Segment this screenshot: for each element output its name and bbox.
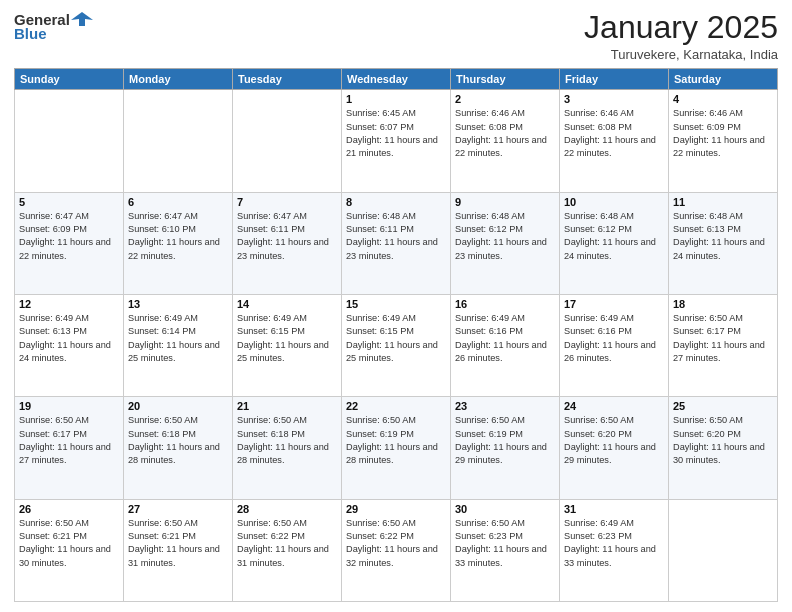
calendar-week-row: 26Sunrise: 6:50 AMSunset: 6:21 PMDayligh… [15,499,778,601]
calendar-header-row: Sunday Monday Tuesday Wednesday Thursday… [15,69,778,90]
day-number: 30 [455,503,555,515]
day-number: 7 [237,196,337,208]
location-title: Turuvekere, Karnataka, India [584,47,778,62]
table-row: 20Sunrise: 6:50 AMSunset: 6:18 PMDayligh… [124,397,233,499]
header: General Blue January 2025 Turuvekere, Ka… [14,10,778,62]
day-info: Sunrise: 6:48 AMSunset: 6:12 PMDaylight:… [564,210,664,263]
table-row: 1Sunrise: 6:45 AMSunset: 6:07 PMDaylight… [342,90,451,192]
day-number: 13 [128,298,228,310]
day-info: Sunrise: 6:48 AMSunset: 6:12 PMDaylight:… [455,210,555,263]
table-row: 24Sunrise: 6:50 AMSunset: 6:20 PMDayligh… [560,397,669,499]
day-number: 11 [673,196,773,208]
day-info: Sunrise: 6:45 AMSunset: 6:07 PMDaylight:… [346,107,446,160]
col-tuesday: Tuesday [233,69,342,90]
table-row: 25Sunrise: 6:50 AMSunset: 6:20 PMDayligh… [669,397,778,499]
day-number: 12 [19,298,119,310]
table-row: 18Sunrise: 6:50 AMSunset: 6:17 PMDayligh… [669,294,778,396]
day-number: 6 [128,196,228,208]
day-number: 28 [237,503,337,515]
table-row: 2Sunrise: 6:46 AMSunset: 6:08 PMDaylight… [451,90,560,192]
day-number: 16 [455,298,555,310]
calendar-week-row: 5Sunrise: 6:47 AMSunset: 6:09 PMDaylight… [15,192,778,294]
day-info: Sunrise: 6:50 AMSunset: 6:20 PMDaylight:… [564,414,664,467]
day-info: Sunrise: 6:46 AMSunset: 6:09 PMDaylight:… [673,107,773,160]
day-info: Sunrise: 6:49 AMSunset: 6:23 PMDaylight:… [564,517,664,570]
table-row [233,90,342,192]
day-info: Sunrise: 6:49 AMSunset: 6:15 PMDaylight:… [237,312,337,365]
table-row: 11Sunrise: 6:48 AMSunset: 6:13 PMDayligh… [669,192,778,294]
table-row: 31Sunrise: 6:49 AMSunset: 6:23 PMDayligh… [560,499,669,601]
col-saturday: Saturday [669,69,778,90]
table-row: 5Sunrise: 6:47 AMSunset: 6:09 PMDaylight… [15,192,124,294]
day-info: Sunrise: 6:48 AMSunset: 6:13 PMDaylight:… [673,210,773,263]
table-row: 3Sunrise: 6:46 AMSunset: 6:08 PMDaylight… [560,90,669,192]
day-number: 21 [237,400,337,412]
day-number: 29 [346,503,446,515]
day-info: Sunrise: 6:50 AMSunset: 6:23 PMDaylight:… [455,517,555,570]
day-info: Sunrise: 6:50 AMSunset: 6:22 PMDaylight:… [237,517,337,570]
table-row: 27Sunrise: 6:50 AMSunset: 6:21 PMDayligh… [124,499,233,601]
day-number: 9 [455,196,555,208]
day-number: 2 [455,93,555,105]
day-number: 20 [128,400,228,412]
day-number: 18 [673,298,773,310]
day-info: Sunrise: 6:50 AMSunset: 6:19 PMDaylight:… [346,414,446,467]
day-info: Sunrise: 6:50 AMSunset: 6:21 PMDaylight:… [128,517,228,570]
table-row: 8Sunrise: 6:48 AMSunset: 6:11 PMDaylight… [342,192,451,294]
day-info: Sunrise: 6:49 AMSunset: 6:14 PMDaylight:… [128,312,228,365]
day-info: Sunrise: 6:50 AMSunset: 6:17 PMDaylight:… [673,312,773,365]
day-info: Sunrise: 6:46 AMSunset: 6:08 PMDaylight:… [455,107,555,160]
table-row: 10Sunrise: 6:48 AMSunset: 6:12 PMDayligh… [560,192,669,294]
col-monday: Monday [124,69,233,90]
day-info: Sunrise: 6:47 AMSunset: 6:09 PMDaylight:… [19,210,119,263]
day-number: 5 [19,196,119,208]
table-row: 23Sunrise: 6:50 AMSunset: 6:19 PMDayligh… [451,397,560,499]
day-info: Sunrise: 6:49 AMSunset: 6:13 PMDaylight:… [19,312,119,365]
col-friday: Friday [560,69,669,90]
table-row [15,90,124,192]
table-row: 14Sunrise: 6:49 AMSunset: 6:15 PMDayligh… [233,294,342,396]
day-info: Sunrise: 6:50 AMSunset: 6:18 PMDaylight:… [237,414,337,467]
day-info: Sunrise: 6:50 AMSunset: 6:22 PMDaylight:… [346,517,446,570]
day-info: Sunrise: 6:50 AMSunset: 6:20 PMDaylight:… [673,414,773,467]
table-row: 19Sunrise: 6:50 AMSunset: 6:17 PMDayligh… [15,397,124,499]
col-thursday: Thursday [451,69,560,90]
calendar-week-row: 19Sunrise: 6:50 AMSunset: 6:17 PMDayligh… [15,397,778,499]
table-row: 9Sunrise: 6:48 AMSunset: 6:12 PMDaylight… [451,192,560,294]
col-wednesday: Wednesday [342,69,451,90]
day-info: Sunrise: 6:48 AMSunset: 6:11 PMDaylight:… [346,210,446,263]
calendar-table: Sunday Monday Tuesday Wednesday Thursday… [14,68,778,602]
table-row: 30Sunrise: 6:50 AMSunset: 6:23 PMDayligh… [451,499,560,601]
day-info: Sunrise: 6:50 AMSunset: 6:17 PMDaylight:… [19,414,119,467]
day-number: 8 [346,196,446,208]
calendar-week-row: 12Sunrise: 6:49 AMSunset: 6:13 PMDayligh… [15,294,778,396]
table-row [669,499,778,601]
logo-bird-icon [71,10,93,28]
table-row: 6Sunrise: 6:47 AMSunset: 6:10 PMDaylight… [124,192,233,294]
day-number: 14 [237,298,337,310]
day-info: Sunrise: 6:50 AMSunset: 6:19 PMDaylight:… [455,414,555,467]
table-row: 26Sunrise: 6:50 AMSunset: 6:21 PMDayligh… [15,499,124,601]
day-info: Sunrise: 6:50 AMSunset: 6:18 PMDaylight:… [128,414,228,467]
day-number: 23 [455,400,555,412]
day-number: 15 [346,298,446,310]
day-number: 25 [673,400,773,412]
col-sunday: Sunday [15,69,124,90]
day-info: Sunrise: 6:47 AMSunset: 6:11 PMDaylight:… [237,210,337,263]
svg-marker-0 [71,12,93,26]
title-block: January 2025 Turuvekere, Karnataka, Indi… [584,10,778,62]
table-row: 13Sunrise: 6:49 AMSunset: 6:14 PMDayligh… [124,294,233,396]
day-number: 4 [673,93,773,105]
page: General Blue January 2025 Turuvekere, Ka… [0,0,792,612]
calendar-week-row: 1Sunrise: 6:45 AMSunset: 6:07 PMDaylight… [15,90,778,192]
day-number: 22 [346,400,446,412]
table-row: 22Sunrise: 6:50 AMSunset: 6:19 PMDayligh… [342,397,451,499]
table-row: 16Sunrise: 6:49 AMSunset: 6:16 PMDayligh… [451,294,560,396]
logo-blue: Blue [14,25,47,42]
logo: General Blue [14,10,93,42]
day-number: 1 [346,93,446,105]
day-number: 17 [564,298,664,310]
table-row: 4Sunrise: 6:46 AMSunset: 6:09 PMDaylight… [669,90,778,192]
table-row: 29Sunrise: 6:50 AMSunset: 6:22 PMDayligh… [342,499,451,601]
table-row: 7Sunrise: 6:47 AMSunset: 6:11 PMDaylight… [233,192,342,294]
